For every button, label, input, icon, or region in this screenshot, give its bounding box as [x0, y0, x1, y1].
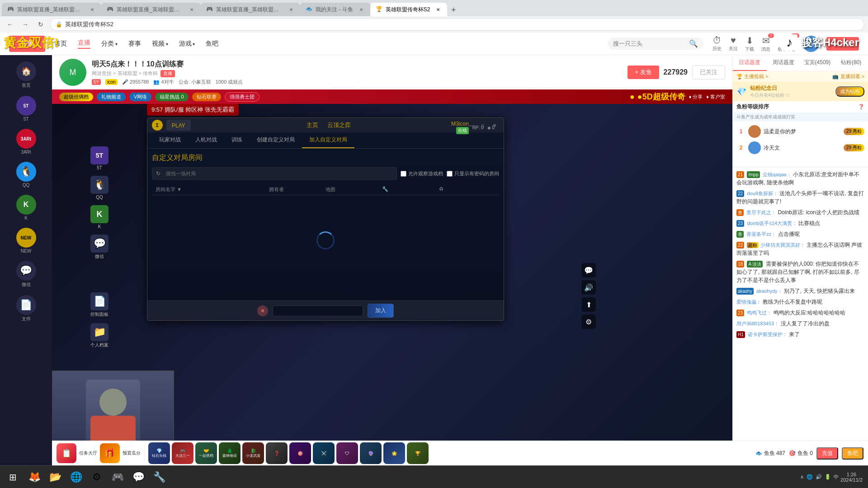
start-menu-button[interactable]: ⊞ — [2, 467, 24, 487]
browser-tab-4[interactable]: 🐟 我的关注 - 斗鱼 ✕ — [300, 3, 370, 16]
game-checkbox-1[interactable] — [401, 171, 406, 177]
taskbar-browser[interactable]: 🦊 — [24, 467, 44, 487]
browser-tab-2[interactable]: 🎮 英雄联盟直播_英雄联盟无限... ✕ — [101, 3, 201, 16]
desktop-icon-file[interactable]: 📄 控制面板 — [54, 291, 145, 319]
forward-button[interactable]: → — [19, 18, 32, 31]
promo-diamond[interactable]: 钻石联赛 — [192, 93, 221, 101]
chat-tab-diamond[interactable]: 钻粉(80) — [834, 55, 868, 71]
game-promo-10[interactable]: 🔮 — [360, 442, 382, 464]
desktop-icon-k[interactable]: K K — [54, 203, 145, 231]
refresh-button[interactable]: ↻ — [34, 18, 47, 31]
taskbar-game[interactable]: 🎮 — [108, 467, 127, 487]
desktop-icon-qq[interactable]: 🐧 QQ — [54, 174, 145, 202]
charge-button[interactable]: 充值 — [816, 447, 838, 460]
game-checkbox-2[interactable] — [447, 171, 453, 177]
browser-tab-1[interactable]: 🎮 英雄联盟直播_英雄联盟无限... ✕ — [2, 3, 101, 16]
left-icon-wechat[interactable]: 💬 微信 — [0, 258, 52, 291]
promo-mission[interactable]: 📋 — [57, 443, 76, 463]
gift-icon-sound[interactable]: 🔊 — [581, 280, 596, 295]
promo-star[interactable]: 福星挑战 0 — [155, 93, 188, 101]
game-tab-create[interactable]: 创建自定义对局 — [250, 132, 302, 148]
promo-v[interactable]: V网络 — [129, 93, 151, 101]
nav-game[interactable]: 游戏 — [179, 40, 195, 48]
col-refresh[interactable]: ♻ — [439, 186, 495, 193]
chat-tab-vip[interactable]: 宝宾(4509) — [801, 55, 835, 71]
header-download[interactable]: ⬇ 下载 — [745, 35, 754, 52]
header-history[interactable]: ⏱ 历史 — [712, 35, 722, 52]
game-promo-1[interactable]: 💎钻石头钱 — [148, 442, 170, 464]
tab-close-2[interactable]: ✕ — [188, 6, 195, 13]
browser-tab-3[interactable]: 🎮 英雄联盟直播_英雄联盟无限... ✕ — [201, 3, 300, 16]
game-promo-3[interactable]: 🤝一起搭档 — [195, 442, 217, 464]
nav-category[interactable]: 分类 — [101, 40, 118, 48]
taskbar-tools[interactable]: 🔧 — [149, 467, 169, 487]
left-icon-k[interactable]: K K — [0, 192, 52, 223]
tray-battery-icon[interactable]: 🔋 — [825, 474, 831, 480]
game-join-button[interactable]: 加入 — [368, 304, 394, 318]
game-nav-tft[interactable]: 云顶之弈 — [327, 121, 351, 129]
taskbar-explorer[interactable]: 📂 — [45, 467, 65, 487]
new-tab-button[interactable]: + — [447, 4, 460, 16]
tab-close-5[interactable]: ✕ — [434, 6, 442, 13]
promo-silk[interactable]: 超级丝绸档 — [59, 93, 93, 101]
header-message[interactable]: ✉ 7 消息 — [761, 35, 770, 52]
follow-button[interactable]: + 友鱼 — [627, 66, 659, 79]
tray-lang[interactable]: 中 — [834, 474, 839, 480]
game-join-close-btn[interactable]: ✕ — [257, 305, 268, 316]
game-promo-4[interactable]: 🌲森林物语 — [219, 442, 241, 464]
left-icon-new[interactable]: NEW NEW — [0, 225, 52, 256]
tab-close-4[interactable]: ✕ — [358, 6, 365, 13]
game-promo-2[interactable]: 🎮大活三一 — [172, 442, 193, 464]
address-bar[interactable]: 🔒 英雄联盟传奇杯S2 — [50, 18, 864, 31]
left-home[interactable]: 🏠 首页 — [0, 59, 52, 91]
chat-tab-daily[interactable]: 日话题度 — [733, 55, 767, 71]
left-icon-5t[interactable]: 5T 5T — [0, 93, 52, 124]
left-icon-3ar[interactable]: 3ARt 3ARt — [0, 126, 52, 157]
tray-expand-icon[interactable]: ∧ — [800, 474, 804, 480]
game-promo-12[interactable]: 🏆 — [407, 442, 429, 464]
chat-tab-weekly[interactable]: 周话题度 — [767, 55, 801, 71]
game-play-button[interactable]: PLAY — [166, 120, 191, 131]
left-icon-file[interactable]: 📄 文件 — [0, 292, 52, 325]
tray-sound-icon[interactable]: 🔊 — [816, 474, 822, 480]
game-promo-7[interactable]: 🎯 — [289, 442, 311, 464]
game-tab-training[interactable]: 训练 — [224, 132, 250, 148]
game-promo-6[interactable]: ❓ — [266, 442, 288, 464]
search-input[interactable] — [613, 40, 685, 47]
game-tab-join[interactable]: 加入自定义对局 — [302, 132, 354, 148]
customer-button[interactable]: ♦ 客户室 — [706, 94, 725, 100]
rank-help-icon[interactable]: ❓ — [858, 104, 864, 110]
browser-tab-5[interactable]: 🏆 英雄联盟传奇杯S2 ✕ — [370, 3, 448, 16]
desktop-icon-wechat[interactable]: 💬 微信 — [54, 233, 145, 262]
promo-gift[interactable]: 礼物频道 — [97, 93, 126, 101]
taskbar-chrome[interactable]: ⚙ — [87, 467, 107, 487]
game-promo-9[interactable]: 🛡 — [336, 442, 358, 464]
taskbar-chat[interactable]: 💬 — [128, 467, 148, 487]
gift-icon-chat[interactable]: 💬 — [581, 263, 596, 277]
game-promo-11[interactable]: 🌟 — [383, 442, 405, 464]
game-tab-pvp[interactable]: 玩家对战 — [152, 132, 188, 148]
game-tab-ai[interactable]: 人机对战 — [188, 132, 224, 148]
search-icon[interactable]: 🔍 — [689, 39, 698, 48]
promo-split[interactable]: 🎁 — [100, 443, 120, 463]
gift-icon-settings[interactable]: ⚙ — [581, 314, 596, 329]
header-follow[interactable]: ♥ 关注 — [729, 35, 738, 52]
nav-video[interactable]: 视频 — [152, 40, 168, 48]
game-nav-home[interactable]: 主页 — [307, 121, 318, 129]
fish-bar-button[interactable]: 鱼吧 — [842, 447, 863, 460]
game-promo-8[interactable]: ⚔️ — [313, 442, 335, 464]
game-join-code-input[interactable] — [273, 305, 363, 316]
desktop-icon-1[interactable]: 5T 5T — [54, 145, 145, 172]
left-icon-qq[interactable]: 🐧 QQ — [0, 159, 52, 190]
game-promo-5[interactable]: 🐉小龙武道 — [242, 442, 264, 464]
desktop-icon-folder[interactable]: 📁 个人档案 — [54, 321, 145, 350]
promo-warrior[interactable]: 强强勇士团 — [225, 92, 259, 102]
back-button[interactable]: ← — [4, 18, 16, 31]
tab-close-3[interactable]: ✕ — [288, 6, 295, 13]
become-vip-button[interactable]: 成为钻粉 — [835, 86, 864, 97]
game-search-input[interactable] — [162, 169, 393, 178]
followed-button[interactable]: 已关注 — [692, 65, 725, 80]
tray-network-icon[interactable]: 🌐 — [807, 474, 813, 480]
gift-icon-up[interactable]: ⬆ — [581, 297, 596, 312]
taskbar-edge[interactable]: 🌐 — [66, 467, 86, 487]
